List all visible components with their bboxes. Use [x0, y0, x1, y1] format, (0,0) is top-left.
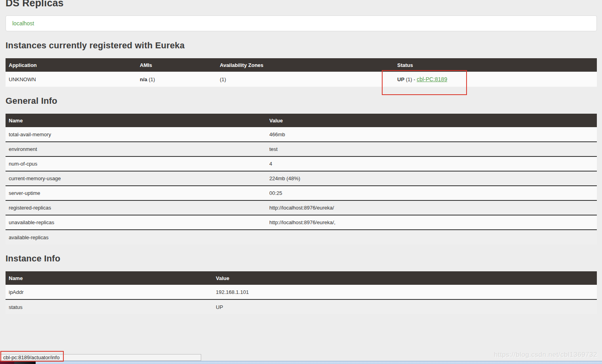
general-info-table: Name Value total-avail-memory 466mb envi…	[6, 114, 597, 244]
info-value: test	[266, 142, 597, 156]
instance-zones: (1)	[217, 72, 394, 87]
col-availability-zones: Availability Zones	[217, 58, 394, 72]
col-value: Value	[213, 271, 597, 285]
instance-info-table: Name Value ipAddr 192.168.1.101 status U…	[6, 271, 597, 314]
bottom-window-edge	[0, 361, 602, 364]
ds-replicas-panel: localhost	[6, 15, 597, 31]
info-value: http://localhost:8976/eureka/	[266, 200, 597, 215]
table-row: registered-replicas http://localhost:897…	[6, 200, 597, 215]
table-row: status UP	[6, 299, 597, 314]
table-row: environment test	[6, 142, 597, 156]
col-application: Application	[6, 58, 137, 72]
info-name: server-uptime	[6, 186, 266, 200]
table-row: total-avail-memory 466mb	[6, 127, 597, 142]
info-value: UP	[213, 299, 597, 314]
info-value: http://localhost:8976/eureka/,	[266, 215, 597, 230]
annotation-box-url	[0, 351, 64, 362]
info-name: ipAddr	[6, 285, 213, 299]
table-row: ipAddr 192.168.1.101	[6, 285, 597, 299]
info-value	[266, 230, 597, 244]
instances-header-row: Application AMIs Availability Zones Stat…	[6, 58, 597, 72]
instance-info-header-row: Name Value	[6, 271, 597, 285]
instance-row: UNKNOWN n/a (1) (1) UP (1) - cbl-PC:8189	[6, 72, 597, 87]
instance-application: UNKNOWN	[6, 72, 137, 87]
blue-titlebar-segment	[36, 361, 602, 364]
table-row: server-uptime 00:25	[6, 186, 597, 200]
col-name: Name	[6, 271, 213, 285]
table-row: available-replicas	[6, 230, 597, 244]
general-info-section-title: General Info	[6, 96, 602, 106]
info-value: 192.168.1.101	[213, 285, 597, 299]
instances-table: Application AMIs Availability Zones Stat…	[6, 58, 597, 87]
info-name: current-memory-usage	[6, 171, 266, 186]
info-name: environment	[6, 142, 266, 156]
general-info-header-row: Name Value	[6, 114, 597, 127]
col-status: Status	[394, 58, 597, 72]
page-title: DS Replicas	[6, 0, 602, 9]
info-value: 4	[266, 156, 597, 171]
info-value: 00:25	[266, 186, 597, 200]
replica-link-localhost[interactable]: localhost	[12, 20, 34, 27]
col-value: Value	[266, 114, 597, 127]
col-name: Name	[6, 114, 266, 127]
info-name: registered-replicas	[6, 200, 266, 215]
info-name: total-avail-memory	[6, 127, 266, 142]
table-row: unavailable-replicas http://localhost:89…	[6, 215, 597, 230]
info-name: available-replicas	[6, 230, 266, 244]
info-name: num-of-cpus	[6, 156, 266, 171]
table-row: num-of-cpus 4	[6, 156, 597, 171]
instance-info-section-title: Instance Info	[6, 253, 602, 264]
instance-amis: n/a (1)	[137, 72, 217, 87]
col-amis: AMIs	[137, 58, 217, 72]
annotation-box-status	[382, 70, 467, 95]
info-value: 466mb	[266, 127, 597, 142]
info-name: status	[6, 299, 213, 314]
csdn-watermark: https://blog.csdn.net/cbl1369732	[494, 351, 597, 359]
instances-section-title: Instances currently registered with Eure…	[6, 40, 602, 51]
info-value: 224mb (48%)	[266, 171, 597, 186]
table-row: current-memory-usage 224mb (48%)	[6, 171, 597, 186]
info-name: unavailable-replicas	[6, 215, 266, 230]
